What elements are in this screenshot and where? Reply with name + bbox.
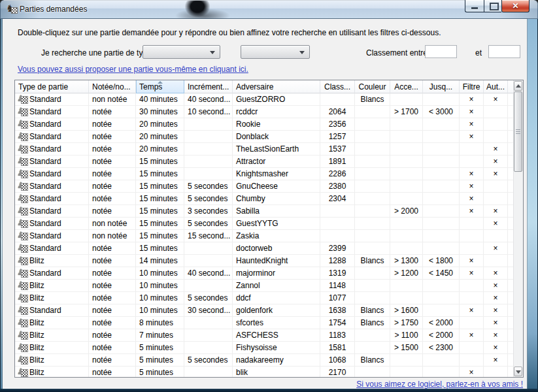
rating-min-input[interactable] bbox=[425, 45, 457, 58]
column-header-label: Class... bbox=[324, 82, 350, 91]
cell: × bbox=[484, 329, 508, 342]
cell: TheLastSionEarth bbox=[233, 143, 320, 155]
cell: 2064 bbox=[320, 106, 355, 118]
titlebar[interactable]: ♞ Parties demandées ✕ bbox=[0, 0, 538, 19]
cell bbox=[460, 354, 484, 367]
cell: notée bbox=[89, 304, 136, 317]
table-row[interactable]: ♟Blitznotée5 minutesblik2170× bbox=[15, 367, 523, 378]
table-row[interactable]: ♟Standardnotée20 minutesRookie2356× bbox=[15, 118, 523, 131]
cell bbox=[484, 367, 508, 378]
table-row[interactable]: ♟Standardnon notée15 minutes15 second...… bbox=[15, 230, 523, 242]
cell bbox=[390, 354, 423, 367]
cell: notée bbox=[89, 155, 136, 168]
table-row[interactable]: ♟Standardnotée15 minutesKnightsmasher228… bbox=[15, 168, 523, 180]
table-row[interactable]: ♟Standardnotée10 minutes30 second...gold… bbox=[15, 304, 523, 317]
cell bbox=[320, 230, 355, 242]
game-type-text: Standard bbox=[29, 120, 61, 129]
column-header-3[interactable]: Temps bbox=[136, 80, 184, 93]
scroll-down-button[interactable] bbox=[514, 367, 522, 376]
game-type-text: Standard bbox=[29, 157, 61, 166]
column-header-11[interactable]: Aut... bbox=[484, 80, 508, 93]
table-row[interactable]: ♟Blitznotée10 minutesZannol1148× bbox=[15, 280, 523, 292]
table-row[interactable]: ♟Standardnon notée15 minutes5 secondesGu… bbox=[15, 218, 523, 230]
column-header-8[interactable]: Acce... bbox=[390, 80, 423, 93]
cell: 1148 bbox=[320, 280, 355, 292]
window-border-bottom bbox=[0, 389, 538, 392]
table-row[interactable]: ♟Standardnotée10 minutes40 second...majo… bbox=[15, 267, 523, 280]
cell bbox=[390, 143, 423, 155]
cell: Blancs bbox=[355, 304, 390, 317]
game-type-text: Blitz bbox=[29, 355, 44, 365]
column-header-1[interactable]: Type de partie bbox=[15, 80, 89, 93]
column-header-2[interactable]: Notée/no... bbox=[89, 80, 136, 93]
cell: × bbox=[460, 118, 484, 131]
maximize-button[interactable] bbox=[484, 0, 501, 12]
share-link[interactable]: Si vous aimez ce logiciel, parlez-en à v… bbox=[356, 380, 523, 389]
chess-pawn-board-icon: ♟ bbox=[17, 368, 28, 377]
table-row[interactable]: ♟Blitznotée7 minutesASFCHESS1183> 1100< … bbox=[15, 329, 523, 342]
close-button[interactable]: ✕ bbox=[501, 0, 530, 12]
table-row[interactable]: ♟Standardnon notée40 minutes40 second...… bbox=[15, 93, 523, 106]
column-header-7[interactable]: Couleur bbox=[355, 80, 390, 93]
cell: ♟Standard bbox=[15, 118, 89, 131]
cell: < 1450 bbox=[423, 267, 460, 280]
table-row[interactable]: ♟Standardnotée15 minutes5 secondesChumby… bbox=[15, 193, 523, 205]
cell: Zaskia bbox=[233, 230, 320, 242]
cell: notée bbox=[89, 367, 136, 378]
table-row[interactable]: ♟Blitznotée5 minutes5 secondesnadakareem… bbox=[15, 354, 523, 367]
cell bbox=[460, 342, 484, 354]
table-row[interactable]: ♟Standardnotée15 minutes3 secondesSabill… bbox=[15, 205, 523, 218]
rated-select[interactable] bbox=[241, 45, 310, 59]
column-header-9[interactable]: Jusq... bbox=[423, 80, 460, 93]
cell bbox=[460, 242, 484, 255]
cell: 20 minutes bbox=[136, 118, 184, 131]
game-type-text: Standard bbox=[29, 194, 61, 203]
propose-game-link[interactable]: Vous pouvez aussi proposer une partie vo… bbox=[18, 65, 248, 74]
column-header-5[interactable]: Adversaire bbox=[233, 80, 320, 93]
cell bbox=[184, 317, 233, 329]
cell: ♟Standard bbox=[15, 106, 89, 118]
cell: Blancs bbox=[355, 93, 390, 106]
cell: 10 minutes bbox=[136, 292, 184, 304]
table-row[interactable]: ♟Standardnotée15 minutes5 secondesGnuChe… bbox=[15, 180, 523, 193]
table-row[interactable]: ♟Blitznotée14 minutesHauntedKnight1288Bl… bbox=[15, 255, 523, 267]
cell: 1077 bbox=[320, 292, 355, 304]
table-row[interactable]: ♟Standardnotée30 minutes10 second...rcdd… bbox=[15, 106, 523, 118]
table-row[interactable]: ♟Standardnotée20 minutesTheLastSionEarth… bbox=[15, 143, 523, 155]
window-border-right bbox=[527, 19, 538, 389]
scroll-up-button[interactable] bbox=[514, 81, 522, 91]
cell bbox=[320, 218, 355, 230]
column-header-6[interactable]: Class... bbox=[320, 80, 355, 93]
cell: × bbox=[460, 329, 484, 342]
cell: 5 minutes bbox=[136, 367, 184, 378]
game-type-label: Je recherche une partie de type : bbox=[41, 48, 156, 57]
column-header-label: Temps bbox=[139, 82, 162, 91]
cell bbox=[423, 367, 460, 378]
scrollbar-thumb[interactable] bbox=[514, 91, 522, 172]
table-row[interactable]: ♟Standardnotée20 minutesDonblack1257× bbox=[15, 131, 523, 143]
table-row[interactable]: ♟Standardnotée15 minutesdoctorweb2399× bbox=[15, 242, 523, 255]
arrow-up-icon bbox=[516, 84, 521, 88]
table-row[interactable]: ♟Blitznotée8 minutessfcortes1754Blancs> … bbox=[15, 317, 523, 329]
column-header-10[interactable]: Filtre bbox=[460, 80, 484, 93]
cell: 20 minutes bbox=[136, 131, 184, 143]
game-type-select[interactable] bbox=[143, 45, 220, 59]
window-title: Parties demandées bbox=[20, 5, 87, 14]
cell bbox=[484, 180, 508, 193]
cell: Donblack bbox=[233, 131, 320, 143]
column-header-4[interactable]: Incrément... bbox=[184, 80, 233, 93]
cell: ♟Standard bbox=[15, 193, 89, 205]
cell: non notée bbox=[89, 230, 136, 242]
rating-max-input[interactable] bbox=[488, 45, 520, 58]
cell: 3 secondes bbox=[184, 205, 233, 218]
column-header-label: Incrément... bbox=[188, 82, 229, 91]
cell: GuestYYTG bbox=[233, 218, 320, 230]
table-row[interactable]: ♟Standardnotée15 minutesAttractor1891× bbox=[15, 155, 523, 168]
vertical-scrollbar[interactable] bbox=[513, 80, 523, 377]
table-row[interactable]: ♟Blitznotée5 minutesFishysoisse1581> 150… bbox=[15, 342, 523, 354]
minimize-button[interactable] bbox=[465, 0, 484, 12]
table-row[interactable]: ♟Blitznotée10 minutes5 secondesddcf1077× bbox=[15, 292, 523, 304]
cell bbox=[355, 180, 390, 193]
cell: 15 minutes bbox=[136, 193, 184, 205]
chess-pawn-board-icon: ♟ bbox=[17, 132, 28, 141]
